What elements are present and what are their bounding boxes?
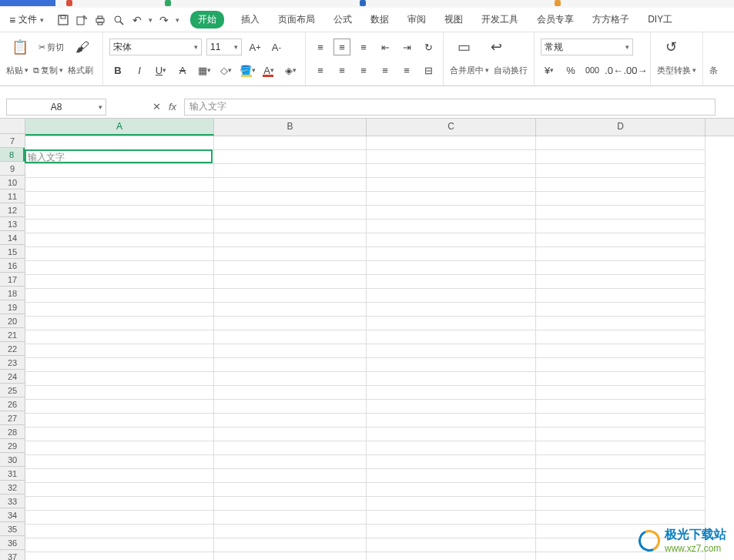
undo-icon[interactable]: ↶ xyxy=(130,13,144,27)
window-tab-indicator[interactable] xyxy=(66,0,72,6)
cell[interactable] xyxy=(367,275,536,289)
cell[interactable] xyxy=(367,428,536,441)
cell[interactable] xyxy=(367,414,536,428)
font-name-select[interactable]: 宋体▾ xyxy=(109,39,202,55)
cell[interactable] xyxy=(536,441,706,455)
cell[interactable] xyxy=(536,164,706,178)
fill-color-button[interactable]: 🪣▾ xyxy=(239,62,256,79)
cell[interactable] xyxy=(214,358,367,372)
cell[interactable] xyxy=(536,428,706,441)
cell[interactable] xyxy=(536,178,706,192)
cell[interactable] xyxy=(367,511,536,525)
row-header[interactable]: 18 xyxy=(0,287,25,300)
cell[interactable] xyxy=(367,164,536,178)
cell[interactable] xyxy=(25,538,214,552)
tab-review[interactable]: 审阅 xyxy=(406,10,427,29)
row-header[interactable]: 22 xyxy=(0,342,25,356)
underline-button[interactable]: U▾ xyxy=(152,62,169,79)
cell[interactable] xyxy=(214,330,367,344)
cell[interactable] xyxy=(25,455,214,469)
increase-indent-icon[interactable]: ⇥ xyxy=(398,39,415,55)
align-top-icon[interactable]: ≡ xyxy=(312,39,329,55)
cell[interactable] xyxy=(536,372,706,386)
window-tab-indicator[interactable] xyxy=(360,0,366,6)
cell[interactable] xyxy=(25,414,214,428)
cell[interactable] xyxy=(25,220,214,233)
conditional-label[interactable]: 条 xyxy=(709,65,718,76)
merge-center-button[interactable]: ▭ xyxy=(450,39,478,55)
row-header[interactable]: 27 xyxy=(0,411,25,425)
cell[interactable] xyxy=(367,303,536,317)
cell[interactable] xyxy=(214,303,367,317)
cell[interactable] xyxy=(25,233,214,247)
cell[interactable] xyxy=(25,303,214,317)
print-preview-icon[interactable] xyxy=(112,13,126,27)
row-header[interactable]: 35 xyxy=(0,522,25,536)
cell[interactable] xyxy=(25,136,214,150)
currency-icon[interactable]: ¥▾ xyxy=(541,62,558,79)
cell[interactable] xyxy=(214,136,367,150)
row-header[interactable]: 17 xyxy=(0,273,25,287)
row-header[interactable]: 19 xyxy=(0,300,25,314)
cell[interactable] xyxy=(214,261,367,275)
cell[interactable] xyxy=(367,525,536,538)
cell[interactable] xyxy=(536,400,706,414)
wrap-text-label[interactable]: 自动换行 xyxy=(494,65,528,76)
cell[interactable] xyxy=(25,261,214,275)
cell[interactable] xyxy=(214,483,367,497)
cell[interactable] xyxy=(25,483,214,497)
cell[interactable] xyxy=(367,469,536,483)
formula-bar-input[interactable]: 输入文字 xyxy=(184,99,716,116)
clear-format-button[interactable]: ◈▾ xyxy=(282,62,299,79)
cell[interactable] xyxy=(367,289,536,303)
cell[interactable] xyxy=(25,358,214,372)
cell[interactable] xyxy=(536,247,706,261)
align-bottom-icon[interactable]: ≡ xyxy=(355,39,372,55)
cell-style-button[interactable]: ◇▾ xyxy=(217,62,234,79)
cell[interactable] xyxy=(214,247,367,261)
paste-button[interactable]: 📋 xyxy=(6,39,34,55)
export-icon[interactable] xyxy=(75,13,89,27)
comma-style-icon[interactable]: 000 xyxy=(584,62,601,79)
row-header[interactable]: 21 xyxy=(0,328,25,342)
cell[interactable] xyxy=(25,247,214,261)
cell[interactable] xyxy=(214,220,367,233)
cell[interactable] xyxy=(367,455,536,469)
orientation-icon[interactable]: ↻ xyxy=(420,39,437,55)
cell[interactable] xyxy=(214,150,367,164)
number-format-select[interactable]: 常规▾ xyxy=(541,39,633,55)
cell[interactable] xyxy=(536,511,706,525)
row-header[interactable]: 20 xyxy=(0,314,25,328)
cell[interactable] xyxy=(367,150,536,164)
cell[interactable] xyxy=(214,275,367,289)
cell[interactable] xyxy=(25,344,214,358)
strikethrough-button[interactable]: A xyxy=(174,62,191,79)
row-header[interactable]: 31 xyxy=(0,467,25,481)
cell-grid[interactable]: 输入文字 xyxy=(25,136,734,560)
cell[interactable] xyxy=(367,247,536,261)
cell[interactable] xyxy=(536,206,706,220)
cell[interactable] xyxy=(25,372,214,386)
bold-button[interactable]: B xyxy=(109,62,126,79)
window-tab-indicator[interactable] xyxy=(555,0,561,6)
row-header[interactable]: 7 xyxy=(0,134,25,148)
row-header[interactable]: 36 xyxy=(0,536,25,550)
cell[interactable] xyxy=(536,497,706,511)
save-icon[interactable] xyxy=(56,13,70,27)
cell[interactable] xyxy=(536,414,706,428)
cell[interactable] xyxy=(214,414,367,428)
cell[interactable] xyxy=(536,136,706,150)
cell[interactable] xyxy=(536,483,706,497)
tab-page-layout[interactable]: 页面布局 xyxy=(277,10,317,29)
cell[interactable] xyxy=(367,192,536,206)
cell[interactable] xyxy=(25,330,214,344)
font-size-select[interactable]: 11▾ xyxy=(206,39,242,55)
file-menu[interactable]: ≡ 文件 ▾ xyxy=(5,12,49,28)
column-header[interactable]: B xyxy=(214,119,367,136)
cell[interactable] xyxy=(367,206,536,220)
cell[interactable] xyxy=(25,441,214,455)
row-header[interactable]: 33 xyxy=(0,495,25,508)
cell[interactable] xyxy=(214,206,367,220)
cell[interactable] xyxy=(25,525,214,538)
cell[interactable] xyxy=(214,164,367,178)
